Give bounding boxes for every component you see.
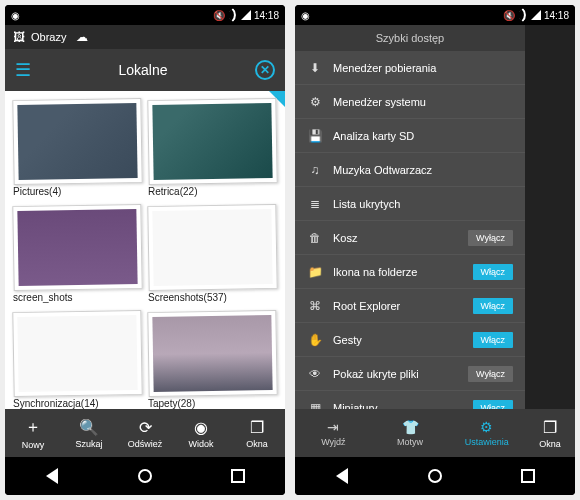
- +-icon: ＋: [25, 417, 41, 438]
- nav-recent-button[interactable]: [226, 464, 250, 488]
- nav-recent-button[interactable]: [516, 464, 540, 488]
- nav-home-button[interactable]: [133, 464, 157, 488]
- bottom-toolbar: ＋Nowy🔍Szukaj⟳Odśwież◉Widok❐Okna: [5, 409, 285, 457]
- toggle-root[interactable]: Włącz: [473, 298, 514, 314]
- nav-back-button[interactable]: [40, 464, 64, 488]
- folder-thumbnail: [152, 315, 272, 392]
- app-header: ☰ Lokalne ✕: [5, 49, 285, 91]
- hidden-icon: 👁: [307, 367, 323, 381]
- folder-thumbnail: [17, 209, 137, 286]
- folder-thumbnail: [152, 209, 272, 286]
- image-icon: 🖼: [13, 30, 25, 44]
- system-icon: ⚙: [307, 95, 323, 109]
- bottom-item-okna[interactable]: ❐Okna: [229, 409, 285, 457]
- drawer-item-download[interactable]: ⬇Menedżer pobierania: [295, 51, 525, 85]
- windows-icon: ❐: [250, 418, 264, 437]
- folder-screenshots[interactable]: Screenshots(537): [148, 205, 277, 305]
- phone-right: ◉ 🔇 14:18 Szybki dostęp ⬇Menedżer pobier…: [295, 5, 575, 495]
- status-bar: ◉ 🔇 14:18: [5, 5, 285, 25]
- clock: 14:18: [254, 10, 279, 21]
- list-icon: ≣: [307, 197, 323, 211]
- android-nav-bar: [295, 457, 575, 495]
- folder-retrica[interactable]: Retrica(22): [148, 99, 277, 199]
- folder-synchronizacja[interactable]: Synchronizacja(14): [13, 311, 142, 409]
- refresh-icon: ⟳: [139, 418, 152, 437]
- theme-icon: 👕: [402, 419, 419, 435]
- main-content: Pictures(4) Retrica(22) screen_shots Scr…: [5, 91, 285, 409]
- bottom-item-widok[interactable]: ◉Widok: [173, 409, 229, 457]
- toggle-folder[interactable]: Włącz: [473, 264, 514, 280]
- folder-thumbnail: [17, 315, 137, 392]
- settings-icon: ⚙: [480, 419, 493, 435]
- drawer-bottom-settings[interactable]: ⚙Ustawienia: [448, 409, 525, 457]
- folder-thumbnail: [17, 103, 137, 180]
- folder-pictures[interactable]: Pictures(4): [13, 99, 142, 199]
- music-icon: ♫: [307, 163, 323, 177]
- folder-screen_shots[interactable]: screen_shots: [13, 205, 142, 305]
- drawer-item-root[interactable]: ⌘Root ExplorerWłącz: [295, 289, 525, 323]
- drawer-item-trash[interactable]: 🗑KoszWyłącz: [295, 221, 525, 255]
- nav-home-button[interactable]: [423, 464, 447, 488]
- drawer-item-music[interactable]: ♫Muzyka Odtwarzacz: [295, 153, 525, 187]
- drawer-item-folder[interactable]: 📁Ikona na folderzeWłącz: [295, 255, 525, 289]
- cloud-icon: ☁: [76, 30, 88, 44]
- thumb-icon: ▦: [307, 401, 323, 410]
- folder-label: Retrica(22): [148, 184, 277, 199]
- folder-label: Tapety(28): [148, 396, 277, 409]
- folder-thumbnail: [152, 103, 272, 180]
- bottom-item-szukaj[interactable]: 🔍Szukaj: [61, 409, 117, 457]
- close-icon[interactable]: ✕: [255, 60, 275, 80]
- wifi-icon: [226, 8, 240, 22]
- cyanogen-icon: ◉: [11, 10, 20, 21]
- drawer-bottom-exit[interactable]: ⇥Wyjdź: [295, 409, 372, 457]
- drawer-item-system[interactable]: ⚙Menedżer systemu: [295, 85, 525, 119]
- toggle-gesture[interactable]: Włącz: [473, 332, 514, 348]
- status-bar: ◉ 🔇 14:18: [295, 5, 575, 25]
- drawer-item-list[interactable]: ≣Lista ukrytych: [295, 187, 525, 221]
- view-icon: ◉: [194, 418, 208, 437]
- folder-icon: 📁: [307, 265, 323, 279]
- signal-icon: [241, 10, 251, 20]
- drawer-item-sd[interactable]: 💾Analiza karty SD: [295, 119, 525, 153]
- phone-left: ◉ 🔇 14:18 🖼 Obrazy ☁ ☰ Lokalne ✕ Picture…: [5, 5, 285, 495]
- drawer-item-thumb[interactable]: ▦MiniaturyWłącz: [295, 391, 525, 409]
- nav-back-button[interactable]: [330, 464, 354, 488]
- folder-tapety[interactable]: Tapety(28): [148, 311, 277, 409]
- wifi-icon: [516, 8, 530, 22]
- notif-label: Obrazy: [31, 31, 66, 43]
- page-title: Lokalne: [31, 62, 255, 78]
- folder-label: screen_shots: [13, 290, 142, 305]
- mute-icon: 🔇: [503, 10, 515, 21]
- drawer-bottom-theme[interactable]: 👕Motyw: [372, 409, 449, 457]
- toggle-hidden[interactable]: Wyłącz: [468, 366, 513, 382]
- bottom-item-odśwież[interactable]: ⟳Odśwież: [117, 409, 173, 457]
- drawer-item-gesture[interactable]: ✋GestyWłącz: [295, 323, 525, 357]
- exit-icon: ⇥: [327, 419, 339, 435]
- mute-icon: 🔇: [213, 10, 225, 21]
- gesture-icon: ✋: [307, 333, 323, 347]
- clock: 14:18: [544, 10, 569, 21]
- folder-label: Synchronizacja(14): [13, 396, 142, 409]
- bottom-item-nowy[interactable]: ＋Nowy: [5, 409, 61, 457]
- toggle-thumb[interactable]: Włącz: [473, 400, 514, 410]
- folder-label: Screenshots(537): [148, 290, 277, 305]
- hamburger-icon[interactable]: ☰: [15, 59, 31, 81]
- trash-icon: 🗑: [307, 231, 323, 245]
- android-nav-bar: [5, 457, 285, 495]
- cyanogen-icon: ◉: [301, 10, 310, 21]
- signal-icon: [531, 10, 541, 20]
- sd-icon: 💾: [307, 129, 323, 143]
- download-icon: ⬇: [307, 61, 323, 75]
- windows-icon: ❐: [543, 418, 557, 437]
- drawer-title: Szybki dostęp: [295, 25, 525, 51]
- root-icon: ⌘: [307, 299, 323, 313]
- toggle-trash[interactable]: Wyłącz: [468, 230, 513, 246]
- notification-bar: 🖼 Obrazy ☁: [5, 25, 285, 49]
- folder-label: Pictures(4): [13, 184, 142, 199]
- side-drawer: Szybki dostęp ⬇Menedżer pobierania⚙Mened…: [295, 25, 525, 457]
- bottom-item-windows[interactable]: ❐ Okna: [525, 409, 575, 457]
- search-icon: 🔍: [79, 418, 99, 437]
- drawer-item-hidden[interactable]: 👁Pokaż ukryte plikiWyłącz: [295, 357, 525, 391]
